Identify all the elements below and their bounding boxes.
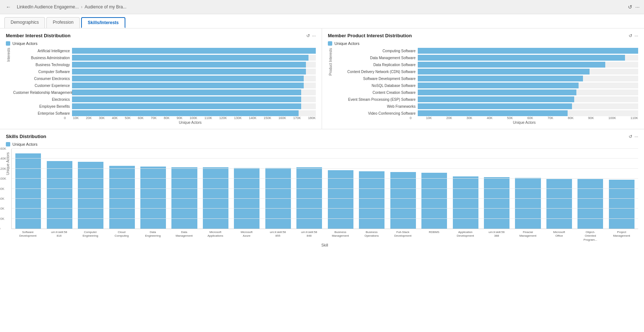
bar-container xyxy=(418,55,638,61)
bar-row: Data Replication Software xyxy=(335,62,638,68)
bar-row: Content Creation Software xyxy=(335,89,638,95)
tab-profession[interactable]: Profession xyxy=(46,17,80,28)
x-tick-label: 110K xyxy=(204,116,212,120)
breadcrumb: LinkedIn Audience Engageme... › Audience… xyxy=(17,4,126,9)
bar-container xyxy=(72,69,316,75)
bar-row: Computer Software xyxy=(13,69,316,75)
bar-label: Consumer Electronics xyxy=(13,77,70,81)
interest-bars-area: Artificial IntelligenceBusiness Administ… xyxy=(13,48,316,116)
breadcrumb-separator: › xyxy=(81,4,82,9)
back-button[interactable]: ← xyxy=(4,3,12,11)
bar-fill xyxy=(72,96,301,102)
bar-row: Computing Software xyxy=(335,48,638,54)
x-tick-label: 10K xyxy=(73,116,79,120)
interest-refresh-btn[interactable]: ↺ xyxy=(306,33,310,38)
x-tick-label: 60K xyxy=(138,116,144,120)
tab-demographics[interactable]: Demographics xyxy=(4,17,45,28)
x-tick-label: 90K xyxy=(177,116,182,120)
x-tick-label: 100K xyxy=(190,116,197,120)
bar-row: Customer Relationship Management xyxy=(13,89,316,95)
vbar-col xyxy=(388,172,418,229)
product-panel-title: Member Product Interest Distribution xyxy=(328,33,412,38)
skills-y-axis-label: Unique Actors xyxy=(6,152,10,175)
x-tick-label: 30K xyxy=(466,116,472,120)
bar-fill xyxy=(72,103,301,109)
vbar-fill xyxy=(390,172,416,229)
product-legend-label: Unique Actors xyxy=(334,41,359,46)
bar-row: Data Management Software xyxy=(335,55,638,61)
x-tick-label: 40K xyxy=(112,116,118,120)
x-tick-label: 40K xyxy=(487,116,493,120)
product-more-btn[interactable]: ··· xyxy=(634,33,638,38)
vbar-col xyxy=(450,176,480,229)
x-tick-label: 60K xyxy=(527,116,533,120)
skills-x-title: Skill xyxy=(11,243,638,247)
tab-skills-interests[interactable]: Skills/Interests xyxy=(81,17,125,28)
bar-label: NoSQL Database Software xyxy=(335,84,416,88)
bar-container xyxy=(418,96,638,102)
interest-hbar-wrapper: Interests Artificial IntelligenceBusines… xyxy=(6,48,316,116)
vbar-x-label: Business Management xyxy=(325,230,356,242)
bar-container xyxy=(72,96,316,102)
vbar-fill xyxy=(609,180,634,229)
vbar-fill xyxy=(515,178,541,229)
bar-container xyxy=(72,89,316,95)
vbar-col xyxy=(232,168,262,229)
vbar-x-label: Data Engineering xyxy=(138,230,168,242)
bar-row: Artificial Intelligence xyxy=(13,48,316,54)
vbar-col xyxy=(76,162,106,229)
breadcrumb-item-1[interactable]: LinkedIn Audience Engageme... xyxy=(17,4,79,9)
bar-row: Employee Benefits xyxy=(13,103,316,109)
vbar-x-label: urn:li:skill:58 816 xyxy=(44,230,75,242)
skills-more-btn[interactable]: ··· xyxy=(634,134,638,139)
bar-row: Electronics xyxy=(13,96,316,102)
bar-fill xyxy=(418,89,576,95)
bar-label: Content Delivery Network (CDN) Software xyxy=(335,70,416,74)
bar-container xyxy=(72,55,316,61)
bar-container xyxy=(418,110,638,116)
vbar-x-label: Application Development xyxy=(450,230,481,242)
x-tick-label: 180K xyxy=(308,116,316,120)
bar-row: Video Conferencing Software xyxy=(335,110,638,116)
bar-fill xyxy=(72,89,301,95)
vbar-x-label: Finacial Management xyxy=(513,230,543,242)
bar-label: Computer Software xyxy=(13,70,70,74)
skills-refresh-btn[interactable]: ↺ xyxy=(629,134,632,139)
skills-panel-title: Skills Distribution xyxy=(6,134,46,139)
product-hbar-chart: Product Interests Computing SoftwareData… xyxy=(328,48,638,125)
y-tick-label: 80K xyxy=(0,187,4,191)
product-legend-dot xyxy=(328,41,332,46)
interest-hbar-chart: Interests Artificial IntelligenceBusines… xyxy=(6,48,316,125)
vbar-col xyxy=(169,167,199,229)
bar-fill xyxy=(418,69,590,75)
bar-container xyxy=(418,62,638,68)
bar-fill xyxy=(72,69,306,75)
vbar-fill xyxy=(47,161,72,229)
breadcrumb-item-2[interactable]: Audience of my Bra... xyxy=(84,4,126,9)
bar-container xyxy=(418,103,638,109)
product-refresh-btn[interactable]: ↺ xyxy=(629,33,632,38)
bar-row: Consumer Electronics xyxy=(13,76,316,81)
page-content: Demographics Profession Skills/Interests… xyxy=(0,14,644,332)
vbar-col xyxy=(419,173,449,229)
skills-panel-header: Skills Distribution ↺ ··· xyxy=(6,134,638,139)
y-tick-label: 40K xyxy=(0,207,4,210)
bar-label: Business Administration xyxy=(13,56,70,60)
interest-more-btn[interactable]: ··· xyxy=(312,33,316,38)
y-tick-label: 140K xyxy=(0,157,6,160)
bar-fill xyxy=(418,96,574,102)
bar-fill xyxy=(418,103,572,109)
bar-container xyxy=(418,83,638,88)
vbar-fill xyxy=(203,167,228,229)
refresh-button[interactable]: ↺ xyxy=(628,4,632,10)
bar-label: Customer Relationship Management xyxy=(13,91,70,95)
more-button[interactable]: ··· xyxy=(635,4,640,10)
vbar-fill xyxy=(265,168,291,229)
bar-container xyxy=(418,48,638,54)
bar-container xyxy=(72,110,316,116)
panel-header-interest: Member Interest Distribution ↺ ··· xyxy=(6,33,316,38)
bar-container xyxy=(72,76,316,81)
x-tick-label: 160K xyxy=(279,116,286,120)
vbar-fill xyxy=(15,153,41,229)
product-hbar-wrapper: Product Interests Computing SoftwareData… xyxy=(328,48,638,116)
